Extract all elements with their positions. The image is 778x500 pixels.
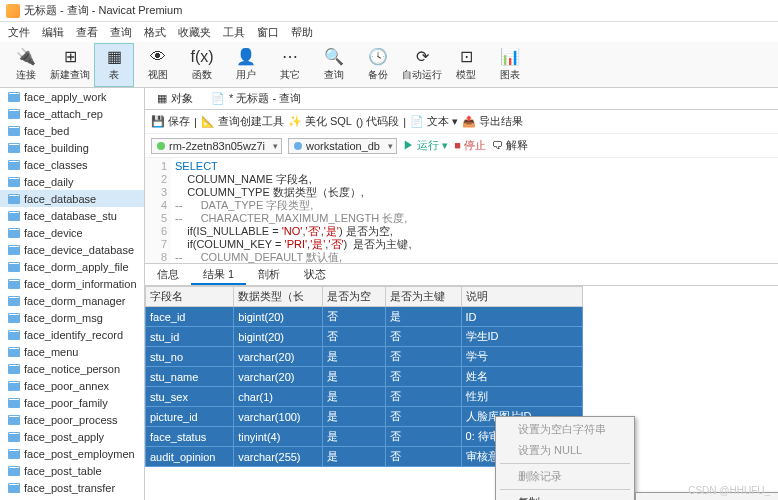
col-header[interactable]: 说明 xyxy=(461,287,582,307)
menu-查询[interactable]: 查询 xyxy=(110,25,132,40)
table-row[interactable]: stu_novarchar(20)是否学号 xyxy=(146,347,583,367)
table-icon xyxy=(8,364,20,374)
tool-新建查询[interactable]: ⊞新建查询 xyxy=(50,43,90,87)
menu-窗口[interactable]: 窗口 xyxy=(257,25,279,40)
explain-button[interactable]: 🗨 解释 xyxy=(492,138,528,153)
table-face_post_transfer[interactable]: face_post_transfer xyxy=(0,479,144,496)
函数-icon: f(x) xyxy=(192,48,212,66)
tool-连接[interactable]: 🔌连接 xyxy=(6,43,46,87)
table-row[interactable]: face_idbigint(20)否是ID xyxy=(146,307,583,327)
用户-icon: 👤 xyxy=(236,48,256,66)
新建查询-icon: ⊞ xyxy=(60,48,80,66)
export-button[interactable]: 📤 导出结果 xyxy=(462,114,523,129)
beautify-button[interactable]: ✨ 美化 SQL xyxy=(288,114,352,129)
menu-格式[interactable]: 格式 xyxy=(144,25,166,40)
table-row[interactable]: stu_sexchar(1)是否性别 xyxy=(146,387,583,407)
table-icon xyxy=(8,228,20,238)
menu-set-blank[interactable]: 设置为空白字符串 xyxy=(496,419,634,440)
query-toolbar: 💾 保存 | 📐 查询创建工具 ✨ 美化 SQL () 代码段 | 📄 文本 ▾… xyxy=(145,110,778,134)
sql-editor[interactable]: 123456789 SELECT COLUMN_NAME 字段名, COLUMN… xyxy=(145,158,778,264)
context-menu[interactable]: 设置为空白字符串 设置为 NULL 删除记录 复制 复制为 粘贴 显示 xyxy=(495,416,635,500)
备份-icon: 🕓 xyxy=(368,48,388,66)
table-face_notice_person[interactable]: face_notice_person xyxy=(0,360,144,377)
col-header[interactable]: 是否为空 xyxy=(322,287,385,307)
tool-自动运行[interactable]: ⟳自动运行 xyxy=(402,43,442,87)
menu-delete[interactable]: 删除记录 xyxy=(496,466,634,487)
menu-收藏夹[interactable]: 收藏夹 xyxy=(178,25,211,40)
table-icon xyxy=(8,194,20,204)
table-face_daily[interactable]: face_daily xyxy=(0,173,144,190)
tool-查询[interactable]: 🔍查询 xyxy=(314,43,354,87)
tab-info[interactable]: 信息 xyxy=(145,264,191,285)
menu-编辑[interactable]: 编辑 xyxy=(42,25,64,40)
db-select[interactable]: workstation_db xyxy=(288,138,397,154)
table-face_classes[interactable]: face_classes xyxy=(0,156,144,173)
watermark: CSDN @HHUFU_ xyxy=(688,485,770,496)
code-area[interactable]: SELECT COLUMN_NAME 字段名, COLUMN_TYPE 数据类型… xyxy=(171,158,778,263)
table-face_database[interactable]: face_database xyxy=(0,190,144,207)
table-face_bed[interactable]: face_bed xyxy=(0,122,144,139)
tool-函数[interactable]: f(x)函数 xyxy=(182,43,222,87)
table-face_poor_annex[interactable]: face_poor_annex xyxy=(0,377,144,394)
table-face_dorm_information[interactable]: face_dorm_information xyxy=(0,275,144,292)
table-face_record_workstudy[interactable]: face_record_workstudy xyxy=(0,496,144,500)
tab-query[interactable]: 📄 * 无标题 - 查询 xyxy=(205,89,307,108)
table-icon xyxy=(8,279,20,289)
table-icon xyxy=(8,177,20,187)
table-face_poor_process[interactable]: face_poor_process xyxy=(0,411,144,428)
tool-模型[interactable]: ⊡模型 xyxy=(446,43,486,87)
tool-图表[interactable]: 📊图表 xyxy=(490,43,530,87)
menu-文件[interactable]: 文件 xyxy=(8,25,30,40)
server-select[interactable]: rm-2zetn83n05wz7i xyxy=(151,138,282,154)
snippet-button[interactable]: () 代码段 xyxy=(356,114,399,129)
save-button[interactable]: 💾 保存 xyxy=(151,114,190,129)
table-face_building[interactable]: face_building xyxy=(0,139,144,156)
tool-用户[interactable]: 👤用户 xyxy=(226,43,266,87)
menu-查看[interactable]: 查看 xyxy=(76,25,98,40)
table-icon xyxy=(8,262,20,272)
table-face_poor_family[interactable]: face_poor_family xyxy=(0,394,144,411)
table-face_dorm_manager[interactable]: face_dorm_manager xyxy=(0,292,144,309)
table-row[interactable]: stu_namevarchar(20)是否姓名 xyxy=(146,367,583,387)
stop-button[interactable]: ■ 停止 xyxy=(454,138,486,153)
table-face_device_database[interactable]: face_device_database xyxy=(0,241,144,258)
col-header[interactable]: 是否为主键 xyxy=(385,287,461,307)
tool-表[interactable]: ▦表 xyxy=(94,43,134,87)
table-face_post_table[interactable]: face_post_table xyxy=(0,462,144,479)
table-face_dorm_msg[interactable]: face_dorm_msg xyxy=(0,309,144,326)
builder-button[interactable]: 📐 查询创建工具 xyxy=(201,114,284,129)
tool-其它[interactable]: ⋯其它 xyxy=(270,43,310,87)
table-icon xyxy=(8,92,20,102)
table-face_post_apply[interactable]: face_post_apply xyxy=(0,428,144,445)
app-icon xyxy=(6,4,20,18)
tab-analyze[interactable]: 剖析 xyxy=(246,264,292,285)
col-header[interactable]: 数据类型（长 xyxy=(234,287,323,307)
table-face_identify_record[interactable]: face_identify_record xyxy=(0,326,144,343)
table-icon xyxy=(8,381,20,391)
col-header[interactable]: 字段名 xyxy=(146,287,234,307)
text-button[interactable]: 📄 文本 ▾ xyxy=(410,114,458,129)
table-face_dorm_apply_file[interactable]: face_dorm_apply_file xyxy=(0,258,144,275)
run-button[interactable]: ▶ 运行 ▾ xyxy=(403,138,448,153)
menu-帮助[interactable]: 帮助 xyxy=(291,25,313,40)
table-face_menu[interactable]: face_menu xyxy=(0,343,144,360)
menu-copy[interactable]: 复制 xyxy=(496,492,634,500)
tool-备份[interactable]: 🕓备份 xyxy=(358,43,398,87)
table-face_device[interactable]: face_device xyxy=(0,224,144,241)
tab-status[interactable]: 状态 xyxy=(292,264,338,285)
table-row[interactable]: stu_idbigint(20)否否学生ID xyxy=(146,327,583,347)
tab-result[interactable]: 结果 1 xyxy=(191,264,246,285)
视图-icon: 👁 xyxy=(148,48,168,66)
table-face_post_employmen[interactable]: face_post_employmen xyxy=(0,445,144,462)
result-grid[interactable]: 字段名数据类型（长是否为空是否为主键说明face_idbigint(20)否是I… xyxy=(145,286,778,500)
menu-工具[interactable]: 工具 xyxy=(223,25,245,40)
模型-icon: ⊡ xyxy=(456,48,476,66)
tab-objects[interactable]: ▦ 对象 xyxy=(151,89,199,108)
menu-set-null[interactable]: 设置为 NULL xyxy=(496,440,634,461)
table-face_database_stu[interactable]: face_database_stu xyxy=(0,207,144,224)
table-icon xyxy=(8,449,20,459)
table-face_attach_rep[interactable]: face_attach_rep xyxy=(0,105,144,122)
object-tree[interactable]: face_apply_workface_attach_repface_bedfa… xyxy=(0,88,145,500)
table-face_apply_work[interactable]: face_apply_work xyxy=(0,88,144,105)
tool-视图[interactable]: 👁视图 xyxy=(138,43,178,87)
